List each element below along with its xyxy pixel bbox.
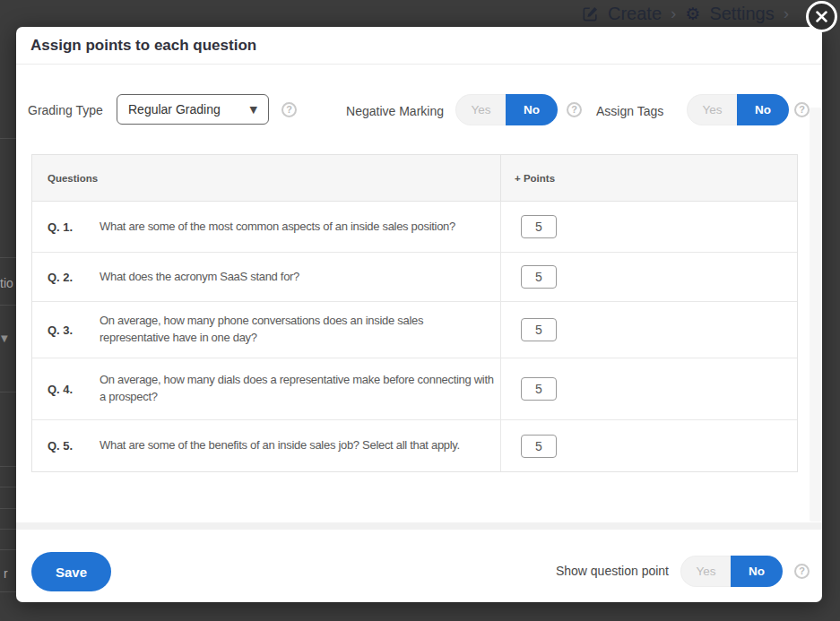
show-question-point-toggle: Yes No xyxy=(680,556,783,587)
show-question-point-yes-button[interactable]: Yes xyxy=(680,556,731,587)
gear-icon: ⚙ xyxy=(685,4,700,23)
background-divider xyxy=(0,591,16,592)
scrollbar-track[interactable] xyxy=(810,108,821,522)
breadcrumb-create[interactable]: Create xyxy=(608,4,662,24)
background-divider xyxy=(0,138,16,139)
show-question-point-no-button[interactable]: No xyxy=(731,556,783,587)
question-number: Q. 4. xyxy=(48,383,100,396)
question-text: On average, how many phone conversations… xyxy=(100,313,495,347)
question-row: Q. 5. What are some of the benefits of a… xyxy=(32,420,797,471)
background-divider xyxy=(0,305,16,306)
assign-tags-no-button[interactable]: No xyxy=(737,94,789,125)
negative-marking-no-button[interactable]: No xyxy=(506,94,558,125)
background-divider xyxy=(0,257,16,258)
footer-divider xyxy=(16,522,822,530)
points-input[interactable] xyxy=(521,318,557,341)
chevron-down-icon: ▼ xyxy=(250,104,257,116)
breadcrumb-settings[interactable]: Settings xyxy=(709,4,774,24)
question-number: Q. 3. xyxy=(48,323,100,337)
question-row: Q. 2. What does the acronym SaaS stand f… xyxy=(32,253,797,302)
background-text-fragment: tio xyxy=(0,276,13,290)
question-number: Q. 2. xyxy=(48,271,100,284)
save-button[interactable]: Save xyxy=(31,552,111,591)
background-divider xyxy=(0,392,16,392)
modal-title: Assign points to each question xyxy=(30,37,256,55)
show-question-point-label: Show question point xyxy=(556,564,669,578)
background-divider xyxy=(0,466,16,467)
assign-tags-toggle: Yes No xyxy=(687,94,789,125)
points-input[interactable] xyxy=(521,435,557,458)
points-input[interactable] xyxy=(521,215,557,238)
assign-tags-help-icon[interactable]: ? xyxy=(794,102,810,117)
negative-marking-yes-button[interactable]: Yes xyxy=(455,94,506,125)
background-divider xyxy=(0,549,16,550)
create-compose-icon xyxy=(582,5,599,22)
table-header-row: Questions + Points xyxy=(32,155,797,202)
background-text-fragment: r xyxy=(4,566,8,581)
question-text: What does the acronym SaaS stand for? xyxy=(100,269,299,286)
background-divider xyxy=(0,487,16,487)
questions-table: Questions + Points Q. 1. What are some o… xyxy=(31,154,798,472)
grading-type-label: Grading Type xyxy=(28,103,103,117)
grading-type-help-icon[interactable]: ? xyxy=(281,102,297,117)
question-text: What are some of the benefits of an insi… xyxy=(100,437,460,454)
modal-header: Assign points to each question xyxy=(16,27,822,65)
question-number: Q. 5. xyxy=(48,439,100,453)
close-icon xyxy=(816,11,827,22)
negative-marking-label: Negative Marking xyxy=(339,104,444,118)
question-row: Q. 3. On average, how many phone convers… xyxy=(32,302,797,358)
negative-marking-help-icon[interactable]: ? xyxy=(567,102,582,117)
assign-tags-yes-button[interactable]: Yes xyxy=(687,94,737,125)
close-button[interactable] xyxy=(806,1,837,32)
points-column-header: + Points xyxy=(501,155,797,201)
points-input[interactable] xyxy=(521,265,557,289)
question-row: Q. 4. On average, how many dials does a … xyxy=(32,358,797,420)
chevron-right-icon: › xyxy=(671,4,676,23)
background-divider xyxy=(0,508,16,509)
negative-marking-toggle: Yes No xyxy=(455,94,558,125)
breadcrumb: Create › ⚙ Settings › xyxy=(582,0,789,27)
assign-tags-label: Assign Tags xyxy=(596,104,663,118)
grading-type-value: Regular Grading xyxy=(128,102,221,116)
question-text: On average, how many dials does a repres… xyxy=(100,372,495,406)
assign-points-modal: Assign points to each question Grading T… xyxy=(16,27,822,602)
background-caret-icon: ▼ xyxy=(1,333,8,343)
grading-type-dropdown[interactable]: Regular Grading ▼ xyxy=(117,94,269,125)
show-question-point-group: Show question point Yes No ? xyxy=(556,551,810,591)
chevron-right-icon: › xyxy=(784,4,789,23)
background-divider xyxy=(0,529,16,530)
question-number: Q. 1. xyxy=(48,220,100,234)
question-text: What are some of the most common aspects… xyxy=(100,219,455,236)
points-input[interactable] xyxy=(521,377,557,401)
question-row: Q. 1. What are some of the most common a… xyxy=(32,202,797,253)
show-question-point-help-icon[interactable]: ? xyxy=(794,564,810,579)
questions-column-header: Questions xyxy=(32,155,501,201)
